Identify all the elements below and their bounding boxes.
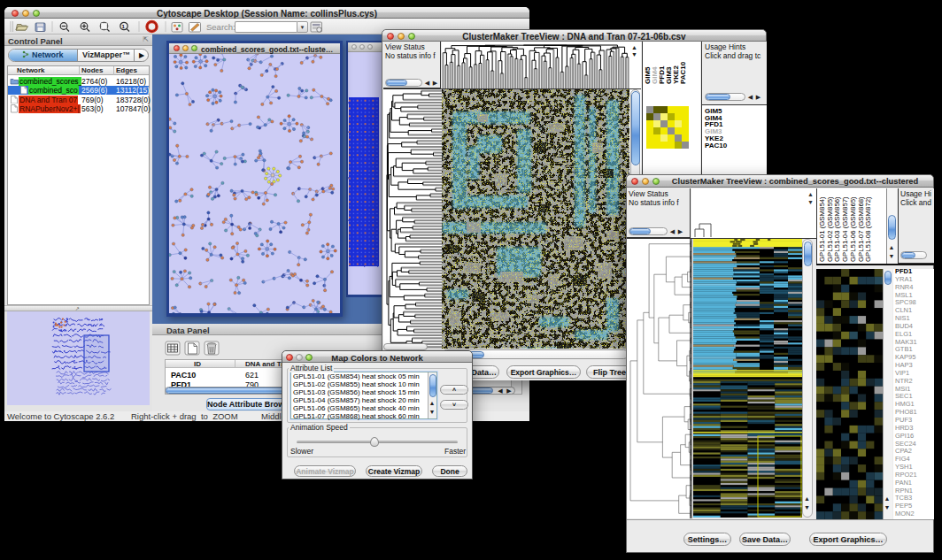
svg-text:1: 1 <box>122 24 126 29</box>
